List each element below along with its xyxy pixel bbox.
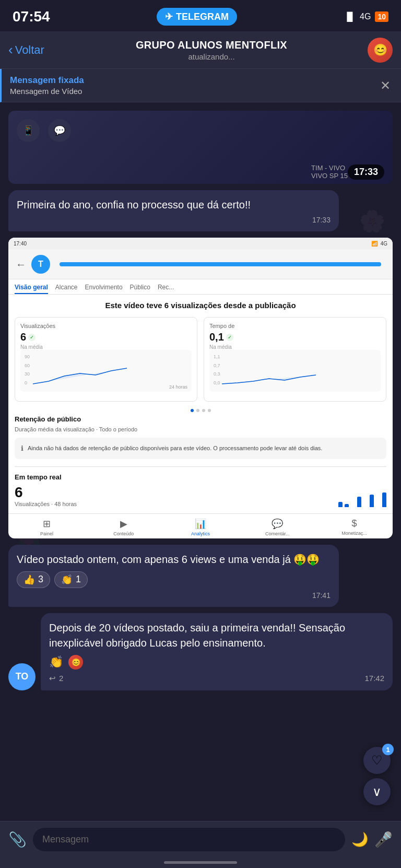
sc-chart-views: 90 60 30 0 24 horas xyxy=(20,350,192,392)
sc-chart-time: 1,1 0,7 0,3 0,0 xyxy=(209,350,381,392)
emoji-icon[interactable]: 🌙 xyxy=(351,831,368,848)
clap-emoji: 👏 xyxy=(61,574,73,585)
signal-icon: ▐▌ xyxy=(344,12,356,21)
microphone-icon[interactable]: 🎤 xyxy=(374,831,393,848)
status-center: ✈ TELEGRAM xyxy=(157,8,237,26)
status-time: 07:54 xyxy=(13,8,50,25)
message-input[interactable] xyxy=(33,828,345,851)
sc-nav-comentar[interactable]: 💬 Comentár... xyxy=(239,518,316,536)
video-time: 17:33 xyxy=(354,167,378,178)
video-thumbnail[interactable]: 📱 💬 TIM - VIVOVIVO SP 15 17:33 xyxy=(8,111,393,184)
sc-stat-time: Tempo de 0,1 ✓ Na média 1,1 0,7 0,3 0,0 xyxy=(204,317,386,402)
message-text-1: Primeira do ano, confia no processo que … xyxy=(17,197,331,213)
message-time-1: 17:33 xyxy=(17,216,331,224)
sc-realtime-value: 6 xyxy=(15,484,77,501)
telegram-badge: ✈ TELEGRAM xyxy=(157,8,237,26)
sc-stat-time-value: 0,1 ✓ xyxy=(209,331,381,343)
sc-header: ← T xyxy=(8,250,393,279)
sc-check-icon-2: ✓ xyxy=(226,334,233,341)
sc-tab-alcance[interactable]: Alcance xyxy=(55,284,78,294)
sc-nav-monetiz-icon: $ xyxy=(351,518,357,529)
chat-area: 📱 💬 TIM - VIVOVIVO SP 15 17:33 Primeira … xyxy=(0,102,401,834)
nav-center: GRUPO ALUNOS MENTOFLIX atualizando... xyxy=(55,39,368,61)
message-bubble-4: Depois de 20 vídeos postado, saiu a prim… xyxy=(41,613,393,690)
sc-nav-monetiz[interactable]: $ Monetizaç... xyxy=(316,518,393,536)
pinned-content: Mensagem fixada Mensagem de Vídeo xyxy=(10,75,378,96)
sc-nav-conteudo[interactable]: ▶ Conteúdo xyxy=(85,518,162,536)
sc-main-title: Este vídeo teve 6 visualizações desde a … xyxy=(15,301,386,310)
sc-stat-views-label: Visualizações xyxy=(20,323,192,329)
sc-dot-active xyxy=(191,409,194,412)
sc-tab-visao-geral[interactable]: Visão geral xyxy=(15,284,48,294)
sc-nav-analytics-label: Analytics xyxy=(191,531,210,536)
bottom-reactions-4: 👏 😊 xyxy=(49,655,384,670)
sc-avatar: T xyxy=(31,255,50,274)
pinned-message-bar[interactable]: Mensagem fixada Mensagem de Vídeo ✕ xyxy=(0,69,401,102)
sc-y-labels: 90 60 30 0 xyxy=(25,354,30,385)
video-provider: TIM - VIVOVIVO SP 15 xyxy=(311,164,348,180)
clap-count: 1 xyxy=(76,574,81,585)
sc-info-icon: ℹ xyxy=(21,444,23,453)
sc-dot-2 xyxy=(202,409,205,412)
sc-tab-publico[interactable]: Público xyxy=(130,284,150,294)
sc-nav-comentar-label: Comentár... xyxy=(265,531,290,536)
group-avatar[interactable]: 😊 xyxy=(368,38,393,63)
sc-nav-analytics-icon: 📊 xyxy=(195,518,206,530)
telegram-label: TELEGRAM xyxy=(176,11,229,22)
sc-tabs: Visão geral Alcance Envolvimento Público… xyxy=(8,279,393,295)
sc-time: 17:40 xyxy=(14,241,27,247)
float-heart-button[interactable]: ♡ 1 xyxy=(363,747,391,774)
sc-bar-1 xyxy=(338,502,343,507)
status-bar: 07:54 ✈ TELEGRAM ▐▌ 4G 10 xyxy=(0,0,401,31)
back-button[interactable]: ‹ Voltar xyxy=(8,42,55,58)
sc-retention-section: Retenção de público Duração média da vis… xyxy=(15,415,386,459)
sc-nav-conteudo-icon: ▶ xyxy=(120,518,127,530)
sc-nav-painel[interactable]: ⊞ Painel xyxy=(8,518,85,536)
sc-stat-views-value: 6 ✓ xyxy=(20,331,192,343)
sc-carousel-dots xyxy=(15,409,386,412)
sc-nav-conteudo-label: Conteúdo xyxy=(113,531,134,536)
sc-back-arrow-icon: ← xyxy=(16,259,26,271)
message-time-3: 17:41 xyxy=(17,591,331,600)
reaction-thumbs-up[interactable]: 👍 3 xyxy=(17,571,50,588)
network-type: 4G xyxy=(360,12,371,21)
video-icon-phone: 📱 xyxy=(17,119,40,142)
sc-nav-analytics[interactable]: 📊 Analytics xyxy=(162,518,239,536)
sc-realtime-label: Visualizações · 48 horas xyxy=(15,501,77,507)
sc-status-icons: 📶4G xyxy=(371,241,387,247)
group-name: GRUPO ALUNOS MENTOFLIX xyxy=(55,39,368,51)
reactions-row-3: 👍 3 👏 1 xyxy=(17,571,331,588)
thumbs-up-emoji: 👍 xyxy=(23,574,35,585)
reply-icon: ↩ xyxy=(49,674,56,683)
clap-emoji-2: 👏 xyxy=(49,655,63,669)
sc-realtime-row: 6 Visualizações · 48 horas xyxy=(15,484,386,507)
reaction-clap[interactable]: 👏 1 xyxy=(54,571,88,588)
float-scroll-down-button[interactable]: ∨ xyxy=(363,778,391,805)
sc-stat-time-label: Tempo de xyxy=(209,323,381,329)
pinned-title: Mensagem fixada xyxy=(10,75,378,86)
sc-stats-row: Visualizações 6 ✓ Na média 90 60 30 xyxy=(15,317,386,402)
sc-dot-3 xyxy=(208,409,211,412)
sc-retention-subtitle: Duração média da visualização · Todo o p… xyxy=(15,426,386,432)
sc-y-labels-2: 1,1 0,7 0,3 0,0 xyxy=(214,354,220,385)
sc-info-text: Ainda não há dados de retenção de públic… xyxy=(28,444,322,453)
sc-bar-4 xyxy=(357,497,361,507)
sc-stat-views: Visualizações 6 ✓ Na média 90 60 30 xyxy=(15,317,197,402)
telegram-icon: ✈ xyxy=(165,11,173,22)
nav-subtitle: atualizando... xyxy=(55,52,368,61)
attach-icon[interactable]: 📎 xyxy=(8,831,27,848)
sc-stat-time-sub: Na média xyxy=(209,344,381,350)
message-time-4: 17:42 xyxy=(364,674,384,683)
video-icons: 📱 💬 xyxy=(17,119,71,142)
sc-tab-rec[interactable]: Rec... xyxy=(158,284,174,294)
message-bubble-3: Vídeo postado ontem, com apenas 6 views … xyxy=(8,545,339,607)
heart-badge: 1 xyxy=(382,744,394,755)
battery-indicator: 10 xyxy=(375,11,388,22)
status-right: ▐▌ 4G 10 xyxy=(344,11,388,22)
sc-tab-envolvimento[interactable]: Envolvimento xyxy=(85,284,123,294)
sc-nav-painel-icon: ⊞ xyxy=(43,518,51,530)
video-time-badge: 17:33 xyxy=(348,165,384,180)
pinned-close-button[interactable]: ✕ xyxy=(378,76,393,95)
sc-info-box: ℹ Ainda não há dados de retenção de públ… xyxy=(15,438,386,459)
nav-bar: ‹ Voltar GRUPO ALUNOS MENTOFLIX atualiza… xyxy=(0,31,401,69)
